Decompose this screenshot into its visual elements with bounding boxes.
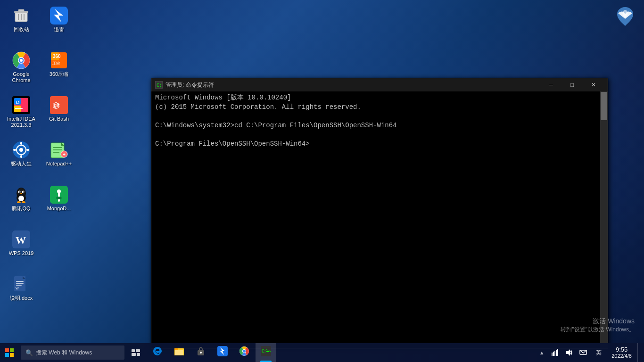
cmd-maximize-button[interactable]: □ xyxy=(561,78,583,91)
cmd-close-button[interactable]: ✕ xyxy=(583,78,604,91)
qudong-icon xyxy=(12,140,31,159)
search-icon: 🔍 xyxy=(25,349,33,356)
svg-rect-90 xyxy=(553,352,554,356)
svg-rect-23 xyxy=(15,108,23,109)
store-icon xyxy=(196,346,206,359)
icon-label-gitbash: Git Bash xyxy=(49,116,69,122)
search-text: 搜索 Web 和 Windows xyxy=(36,349,92,357)
svg-rect-69 xyxy=(5,353,9,357)
cmd-window-controls: ─ □ ✕ xyxy=(540,78,604,91)
svg-rect-62 xyxy=(16,283,24,284)
cmd-scrollbar-thumb xyxy=(601,92,607,120)
svg-rect-74 xyxy=(137,353,140,356)
taskbar-search[interactable]: 🔍 搜索 Web 和 Windows xyxy=(21,346,124,360)
icon-intellij-idea[interactable]: IJ IntelliJ IDEA 2021.3.3 xyxy=(2,92,40,137)
svg-rect-88 xyxy=(266,351,269,352)
360zip-icon: 360 压缩 xyxy=(50,51,68,70)
svg-rect-70 xyxy=(10,353,14,357)
icon-360zip[interactable]: 360 压缩 360压缩 xyxy=(40,47,78,92)
icon-readme[interactable]: W 说明.docx xyxy=(2,271,40,316)
icon-label-wps: WPS 2019 xyxy=(9,250,34,256)
icon-wps[interactable]: W WPS 2019 xyxy=(2,226,40,271)
tray-network-icon[interactable] xyxy=(548,343,561,362)
svg-text:IJ: IJ xyxy=(16,100,20,105)
tray-clock[interactable]: 9:55 2022/4/8 xyxy=(608,343,636,362)
svg-point-55 xyxy=(56,197,62,199)
svg-rect-72 xyxy=(136,349,140,352)
svg-point-12 xyxy=(20,59,23,62)
svg-rect-33 xyxy=(26,149,29,151)
tray-time: 9:55 xyxy=(616,346,627,354)
task-view-button[interactable] xyxy=(126,343,145,362)
cmd-window-icon: C: xyxy=(155,81,163,89)
svg-point-49 xyxy=(18,196,24,201)
taskbar-pinned-apps: C:\> xyxy=(147,343,276,362)
svg-rect-91 xyxy=(554,351,555,356)
svg-text:W: W xyxy=(16,234,26,246)
svg-rect-61 xyxy=(16,281,24,282)
icon-label-mongodb: MongoD... xyxy=(47,206,71,212)
tray-language-indicator[interactable]: 英 xyxy=(592,343,606,362)
tray-volume-icon[interactable] xyxy=(562,343,576,362)
svg-rect-89 xyxy=(552,353,553,356)
svg-point-46 xyxy=(23,191,24,192)
taskbar-app-chrome[interactable] xyxy=(234,343,255,362)
show-desktop-button[interactable] xyxy=(637,343,640,362)
cmd-window: C: 管理员: 命令提示符 ─ □ ✕ Microsoft Windows [版… xyxy=(151,78,608,349)
desktop-icons: 回收站 迅雷 xyxy=(2,2,78,316)
svg-text:+: + xyxy=(63,152,66,157)
corner-logo xyxy=(613,5,637,28)
svg-marker-94 xyxy=(566,349,570,356)
icon-git-bash[interactable]: ⬡ git Git Bash xyxy=(40,92,78,137)
icon-google-chrome[interactable]: Google Chrome xyxy=(2,47,40,92)
cmd-output: Microsoft Windows [版本 10.0.10240] (c) 20… xyxy=(155,93,604,149)
svg-rect-2 xyxy=(14,11,28,13)
svg-text:C:\>: C:\> xyxy=(262,349,271,354)
svg-point-85 xyxy=(243,350,246,353)
desktop: 回收站 迅雷 xyxy=(0,0,644,362)
qq-icon xyxy=(12,185,31,204)
start-button[interactable] xyxy=(0,343,19,362)
xunlei-icon xyxy=(50,6,68,25)
cmd-minimize-button[interactable]: ─ xyxy=(540,78,561,91)
svg-point-50 xyxy=(17,201,21,203)
wps-icon: W xyxy=(12,230,31,249)
icon-qq[interactable]: 腾讯QQ xyxy=(2,181,40,226)
icon-qudong[interactable]: 驱动人生 xyxy=(2,137,40,181)
cmd-body: Microsoft Windows [版本 10.0.10240] (c) 20… xyxy=(151,91,608,348)
explorer-icon xyxy=(174,346,184,359)
icon-label-xunlei: 迅雷 xyxy=(54,26,64,33)
chrome-taskbar-icon xyxy=(239,346,249,359)
taskbar: 🔍 搜索 Web 和 Windows xyxy=(0,343,644,362)
svg-rect-93 xyxy=(557,349,558,356)
recycle-bin-icon xyxy=(12,6,31,25)
svg-rect-20 xyxy=(22,98,28,105)
cmd-titlebar[interactable]: C: 管理员: 命令提示符 ─ □ ✕ xyxy=(151,78,608,91)
svg-rect-77 xyxy=(174,348,178,350)
svg-rect-68 xyxy=(10,348,14,352)
icon-xunlei[interactable]: 迅雷 xyxy=(40,2,78,47)
icon-label-qudong: 驱动人生 xyxy=(11,161,32,167)
icon-mongodb[interactable]: MongoD... xyxy=(40,181,78,226)
svg-rect-78 xyxy=(175,350,183,355)
svg-rect-31 xyxy=(20,155,22,158)
tray-notification-icon[interactable] xyxy=(577,343,590,362)
taskbar-app-edge[interactable] xyxy=(147,343,168,362)
icon-label-recycle-bin: 回收站 xyxy=(14,26,29,33)
taskbar-app-explorer[interactable] xyxy=(169,343,190,362)
icon-label-qq: 腾讯QQ xyxy=(12,206,30,212)
icon-notepadpp[interactable]: + Notepad++ xyxy=(40,137,78,181)
tray-date: 2022/4/8 xyxy=(611,353,632,359)
cmd-window-title: 管理员: 命令提示符 xyxy=(165,81,540,89)
tray-expand-button[interactable]: ▲ xyxy=(537,343,546,362)
icon-label-chrome: Google Chrome xyxy=(4,71,38,83)
taskbar-app-cmd[interactable]: C:\> xyxy=(256,343,276,362)
svg-text:压缩: 压缩 xyxy=(52,61,60,66)
docx-icon: W xyxy=(12,275,31,294)
taskbar-app-store[interactable] xyxy=(190,343,211,362)
git-bash-icon: ⬡ git xyxy=(50,96,68,115)
cmd-scrollbar[interactable] xyxy=(600,91,608,348)
svg-text:C:: C: xyxy=(157,83,162,88)
icon-recycle-bin[interactable]: 回收站 xyxy=(2,2,40,47)
taskbar-app-xunlei[interactable] xyxy=(212,343,233,362)
